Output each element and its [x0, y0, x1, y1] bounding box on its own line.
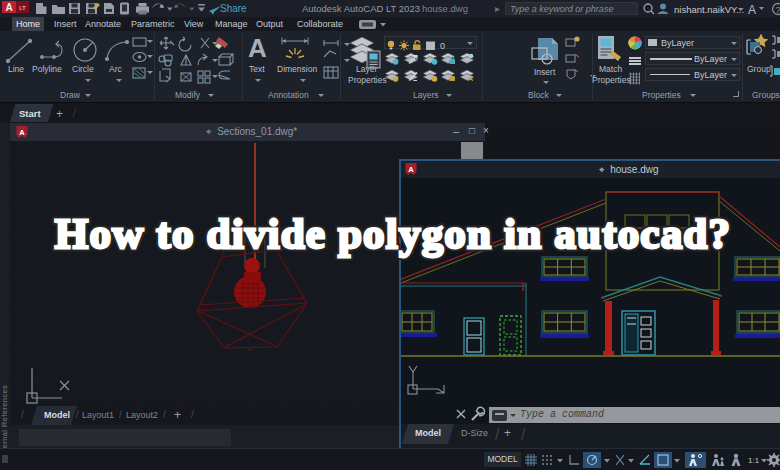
svg-text:0: 0: [440, 41, 445, 51]
svg-text:?: ?: [776, 5, 780, 15]
svg-text:A: A: [5, 2, 12, 13]
svg-text:LT: LT: [19, 5, 26, 11]
svg-text:1:1: 1:1: [748, 456, 760, 465]
svg-text:How to divide polygon in autoc: How to divide polygon in autocad?: [55, 210, 731, 257]
svg-text:A: A: [19, 128, 25, 137]
svg-text:A: A: [748, 3, 756, 17]
svg-text:A: A: [408, 165, 414, 174]
